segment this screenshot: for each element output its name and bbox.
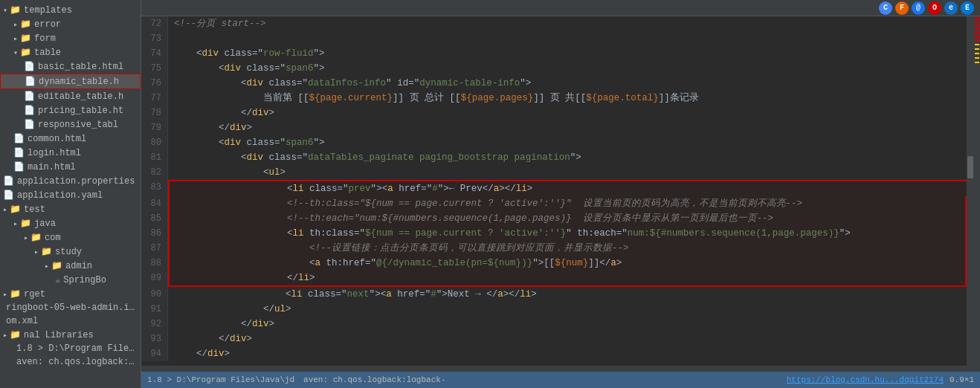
status-left: 1.8 > D:\Program Files\Java\jd aven: ch.… — [147, 375, 445, 384]
sidebar-label: table — [34, 48, 61, 58]
scroll-thumb[interactable] — [967, 156, 973, 178]
code-line-84: 84 <!--th:class="${num == page.current ?… — [141, 196, 967, 211]
line-number: 88 — [141, 256, 168, 271]
folder-icon: 📁 — [20, 47, 31, 58]
line-content: </li> — [168, 271, 967, 287]
firefox-icon[interactable]: F — [895, 1, 909, 15]
sidebar-item-form[interactable]: ▸📁form — [0, 31, 141, 45]
line-content: </div> — [168, 332, 967, 346]
line-content: <div class="span6"> — [168, 61, 967, 76]
code-line-88: 88 <a th:href="@{/dynamic_table(pn=${num… — [141, 256, 967, 271]
minimap-marker — [975, 25, 979, 27]
file-icon: 📄 — [13, 133, 25, 144]
line-number: 78 — [141, 106, 168, 120]
sidebar-item-responsive_tabl[interactable]: 📄responsive_tabl — [0, 117, 141, 132]
minimap-marker-yellow — [975, 44, 979, 45]
line-number: 77 — [141, 91, 168, 106]
line-content: <li class="next"><a href="#">Next → </a>… — [168, 287, 967, 302]
sidebar-item-application.properties[interactable]: 📄application.properties — [0, 174, 141, 188]
sidebar-item-templates[interactable]: ▾📁templates — [0, 3, 141, 17]
sidebar-label: dynamic_table.h — [39, 77, 119, 87]
ie-icon[interactable]: e — [944, 1, 958, 15]
sidebar-item-dynamic_table.h[interactable]: 📄dynamic_table.h — [0, 74, 141, 89]
vertical-scroll-track[interactable] — [967, 16, 974, 366]
line-number: 86 — [141, 226, 168, 241]
line-content: </ul> — [168, 302, 967, 317]
sidebar-item-om.xml[interactable]: om.xml — [0, 314, 141, 328]
sidebar-label: ringboot-05-web-admin.iml — [6, 303, 138, 313]
line-content: <!--设置链接：点击分页条页码，可以直接跳到对应页面，并显示数据--> — [168, 241, 967, 256]
arrow-icon: ▸ — [3, 290, 7, 299]
line-content: </div> — [168, 317, 967, 332]
line-number: 89 — [141, 271, 168, 287]
code-line-77: 77 当前第 [[${page.current}]] 页 总计 [[${page… — [141, 91, 967, 106]
code-line-73: 73 — [141, 31, 967, 46]
editor-area: C F @ O e E 72<!--分页 start-->73 74 <div … — [141, 0, 980, 388]
sidebar-item-ringboot-05-web-admin.iml[interactable]: ringboot-05-web-admin.iml — [0, 301, 141, 314]
sidebar-item-aven[interactable]: aven: ch.qos.logback:logback- — [0, 355, 141, 369]
sidebar-item-basic_table.html[interactable]: 📄basic_table.html — [0, 59, 141, 74]
file-icon: 📄 — [13, 147, 25, 158]
sidebar-item-pricing_table.ht[interactable]: 📄pricing_table.ht — [0, 103, 141, 117]
line-content: </div> — [168, 120, 967, 135]
sidebar-item-java[interactable]: ▸📁java — [0, 216, 141, 230]
folder-icon: 📁 — [30, 232, 42, 243]
code-line-75: 75 <div class="span6"> — [141, 61, 967, 76]
line-number: 94 — [141, 346, 168, 361]
sidebar-item-test[interactable]: ▸📁test — [0, 202, 141, 216]
editor-with-scrollbar: 72<!--分页 start-->73 74 <div class="row-f… — [141, 16, 980, 366]
edge-icon[interactable]: E — [961, 1, 974, 15]
status-link[interactable]: https://blog.csdn.hu...dqqit2174 — [787, 375, 944, 384]
minimap-marker — [975, 21, 979, 23]
line-content: <li th:class="${num == page.current ? 'a… — [168, 226, 967, 241]
sidebar-item-nal Libraries[interactable]: ▸📁nal Libraries — [0, 328, 141, 342]
code-line-87: 87 <!--设置链接：点击分页条页码，可以直接跳到对应页面，并显示数据--> — [141, 241, 967, 256]
sidebar-label: test — [24, 204, 45, 215]
sidebar-label: rget — [24, 289, 45, 300]
code-line-80: 80 <div class="span6"> — [141, 135, 967, 150]
sidebar-item-common.html[interactable]: 📄common.html — [0, 132, 141, 146]
browser-icons: C F @ O e E — [879, 1, 974, 15]
file-icon: 📄 — [3, 175, 14, 187]
folder-icon: 📁 — [10, 4, 21, 16]
sidebar-item-study[interactable]: ▸📁study — [0, 245, 141, 259]
status-maven: aven: ch.qos.logback:logback- — [303, 375, 445, 384]
opera-icon[interactable]: O — [928, 1, 941, 15]
folder-icon: 📁 — [20, 33, 31, 44]
arrow-icon: ▾ — [3, 6, 7, 15]
code-line-93: 93 </div> — [141, 332, 967, 346]
sidebar-item-rget[interactable]: ▸📁rget — [0, 287, 141, 301]
arrow-icon: ▸ — [34, 248, 39, 256]
sidebar-item-login.html[interactable]: 📄login.html — [0, 146, 141, 160]
opera-icon2[interactable]: @ — [912, 1, 925, 15]
file-icon: 📄 — [13, 161, 25, 172]
arrow-icon: ▾ — [13, 48, 18, 57]
sidebar-item-application.yaml[interactable]: 📄application.yaml — [0, 188, 141, 202]
chrome-icon[interactable]: C — [879, 1, 892, 15]
sidebar-item-editable_table.h[interactable]: 📄editable_table.h — [0, 89, 141, 103]
status-right: https://blog.csdn.hu...dqqit2174 0.9×1 — [787, 375, 974, 384]
sidebar-item-SpringBo[interactable]: ☕SpringBo — [0, 273, 141, 287]
line-content: </div> — [168, 106, 967, 120]
sidebar-item-main.html[interactable]: 📄main.html — [0, 160, 141, 174]
line-content: <ul> — [168, 165, 967, 180]
line-content: <!--分页 start--> — [168, 16, 967, 31]
sidebar-label: responsive_tabl — [38, 120, 118, 130]
sidebar-label: common.html — [28, 134, 86, 144]
minimap-marker-yellow — [975, 57, 979, 59]
sidebar-item-com[interactable]: ▸📁com — [0, 230, 141, 245]
folder-icon: 📁 — [10, 329, 21, 340]
line-content: </div> — [168, 346, 967, 361]
sidebar-item-table[interactable]: ▾📁table — [0, 45, 141, 59]
sidebar-item-error[interactable]: ▸📁error — [0, 17, 141, 31]
line-number: 76 — [141, 76, 168, 91]
status-zoom: 0.9×1 — [950, 375, 974, 384]
line-content: <li class="prev"><a href="#">← Prev</a><… — [168, 180, 967, 196]
sidebar-item-admin[interactable]: ▸📁admin — [0, 259, 141, 273]
horizontal-scroll[interactable] — [141, 366, 980, 372]
sidebar-label: pricing_table.ht — [38, 106, 123, 116]
minimap-marker — [975, 28, 979, 30]
sidebar: ▾📁templates▸📁error▸📁form▾📁table📄basic_ta… — [0, 0, 141, 388]
minimap-marker — [975, 39, 979, 42]
sidebar-item-1.8[interactable]: 1.8 > D:\Program Files\Java\j — [0, 342, 141, 355]
